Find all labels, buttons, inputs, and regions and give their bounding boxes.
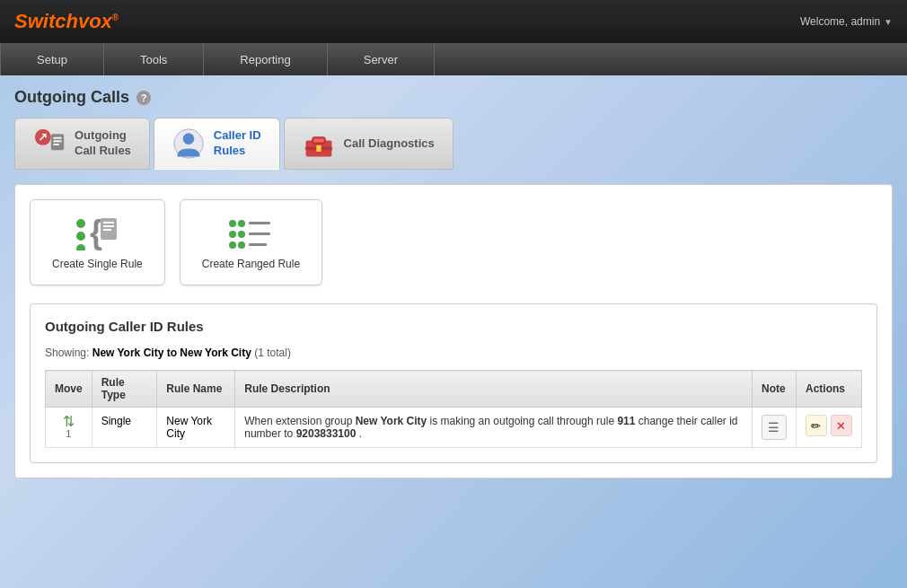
rule-name-cell: New York City <box>157 408 235 448</box>
svg-rect-28 <box>249 233 270 235</box>
rules-section: Outgoing Caller ID Rules Showing: New Yo… <box>30 303 877 463</box>
create-ranged-rule-label: Create Ranged Rule <box>202 258 300 270</box>
col-rule-description: Rule Description <box>235 371 753 408</box>
create-ranged-rule-button[interactable]: Create Ranged Rule <box>180 199 322 285</box>
rule-name-value: New York City <box>166 415 212 440</box>
welcome-area[interactable]: Welcome, admin ▼ <box>800 15 893 28</box>
tabs-container: ↗ OutgoingCall Rules Caller IDRules <box>14 118 893 170</box>
rule-desc-number: 9203833100 <box>296 427 357 440</box>
svg-point-14 <box>76 232 85 241</box>
caller-id-rules-icon <box>172 127 205 160</box>
actions-cell: ✏ ✕ <box>796 408 861 448</box>
col-rule-type: Rule Type <box>92 371 157 408</box>
svg-rect-20 <box>103 229 111 231</box>
svg-rect-27 <box>249 222 270 224</box>
tab-call-diagnostics-label: Call Diagnostics <box>344 136 435 152</box>
nav-item-tools[interactable]: Tools <box>104 43 204 75</box>
create-ranged-rule-icon <box>227 215 274 250</box>
help-icon[interactable]: ? <box>136 91 151 105</box>
create-single-rule-icon: { <box>74 215 120 250</box>
svg-point-15 <box>76 244 85 250</box>
svg-point-13 <box>76 219 85 228</box>
rule-desc-end: . <box>356 427 362 440</box>
col-note: Note <box>752 371 796 408</box>
table-body: ⇅ 1 Single New York City When extension … <box>46 408 862 448</box>
table-row: ⇅ 1 Single New York City When extension … <box>46 408 862 448</box>
showing-prefix: Showing: <box>45 347 89 359</box>
tab-caller-id-rules-label: Caller IDRules <box>214 128 261 159</box>
tab-outgoing-call-rules[interactable]: ↗ OutgoingCall Rules <box>14 118 150 170</box>
logo: Switchvox® <box>14 10 119 33</box>
svg-point-21 <box>229 220 236 227</box>
rule-desc-pre: When extension group <box>244 415 355 427</box>
edit-button[interactable]: ✏ <box>806 415 827 436</box>
svg-rect-18 <box>103 222 114 224</box>
svg-point-25 <box>238 231 245 238</box>
actions-container: ✏ ✕ <box>806 415 852 436</box>
rule-type-cell: Single <box>92 408 157 448</box>
svg-text:↗: ↗ <box>38 131 48 144</box>
showing-total: (1 total) <box>254 347 291 359</box>
col-rule-name: Rule Name <box>157 371 235 408</box>
rule-desc-group: New York City <box>356 415 427 427</box>
svg-rect-29 <box>249 243 267 246</box>
nav-item-setup[interactable]: Setup <box>0 43 104 75</box>
svg-rect-12 <box>316 145 321 152</box>
svg-point-26 <box>238 241 245 249</box>
chevron-down-icon: ▼ <box>884 17 893 27</box>
page-title: Outgoing Calls ? <box>14 88 893 107</box>
col-move: Move <box>46 371 92 408</box>
call-diagnostics-icon <box>303 127 335 160</box>
rule-type-value: Single <box>101 415 131 427</box>
svg-point-23 <box>229 241 236 249</box>
nav-item-server[interactable]: Server <box>328 43 435 75</box>
create-single-rule-label: Create Single Rule <box>52 258 143 270</box>
move-up-down-icon: ⇅ <box>63 415 75 429</box>
showing-filter: New York City to New York City <box>92 347 251 359</box>
svg-rect-19 <box>103 225 114 227</box>
rule-desc-mid: is making an outgoing call through rule <box>427 415 617 427</box>
delete-button[interactable]: ✕ <box>831 415 852 436</box>
nav-item-reporting[interactable]: Reporting <box>204 43 327 75</box>
header: Switchvox® Welcome, admin ▼ <box>0 0 907 43</box>
logo-text: Switchvox <box>14 10 112 32</box>
rule-description-cell: When extension group New York City is ma… <box>235 408 753 448</box>
note-button[interactable]: ☰ <box>762 415 787 440</box>
outgoing-call-rules-icon: ↗ <box>33 127 66 160</box>
rule-desc-rule: 911 <box>617 415 635 427</box>
delete-icon: ✕ <box>836 419 846 433</box>
content-panel: { Create Single Rule <box>14 184 893 478</box>
tab-caller-id-rules[interactable]: Caller IDRules <box>154 118 280 170</box>
welcome-text: Welcome, admin <box>800 15 880 28</box>
move-arrows[interactable]: ⇅ 1 <box>55 415 83 439</box>
note-icon: ☰ <box>768 420 779 434</box>
main-content: Outgoing Calls ? ↗ OutgoingCall Rules <box>0 75 907 491</box>
move-cell: ⇅ 1 <box>46 408 92 448</box>
row-number: 1 <box>66 429 71 439</box>
tab-call-diagnostics[interactable]: Call Diagnostics <box>284 118 454 170</box>
create-single-rule-button[interactable]: { Create Single Rule <box>30 199 165 285</box>
svg-point-22 <box>229 231 236 238</box>
rules-section-title: Outgoing Caller ID Rules <box>45 319 862 334</box>
svg-point-7 <box>183 133 195 145</box>
rules-table: Move Rule Type Rule Name Rule Descriptio… <box>45 370 862 448</box>
table-header: Move Rule Type Rule Name Rule Descriptio… <box>46 371 862 408</box>
showing-bar: Showing: New York City to New York City … <box>45 347 862 359</box>
svg-text:{: { <box>90 215 102 250</box>
svg-rect-4 <box>54 140 62 142</box>
create-buttons-area: { Create Single Rule <box>30 199 877 285</box>
svg-rect-3 <box>54 137 62 139</box>
edit-icon: ✏ <box>811 419 821 433</box>
svg-rect-5 <box>54 144 59 145</box>
tab-outgoing-call-rules-label: OutgoingCall Rules <box>75 128 131 159</box>
svg-point-24 <box>238 220 245 227</box>
note-cell: ☰ <box>752 408 796 448</box>
col-actions: Actions <box>796 371 861 408</box>
navbar: Setup Tools Reporting Server <box>0 43 907 75</box>
svg-rect-10 <box>313 139 323 143</box>
